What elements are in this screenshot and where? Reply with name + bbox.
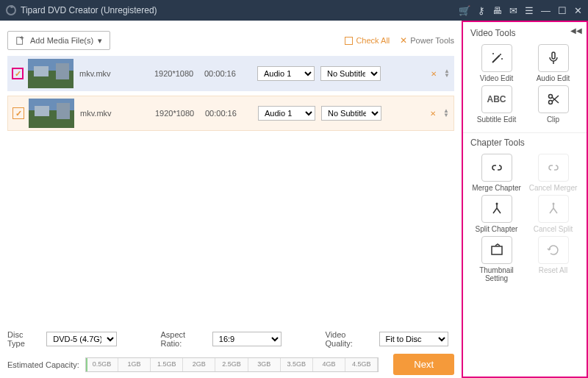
svg-point-5: [492, 53, 494, 54]
file-row[interactable]: ✓ mkv.mkv 1920*1080 00:00:16 Audio 1 No …: [7, 96, 454, 131]
row-checkbox[interactable]: ✓: [12, 107, 24, 119]
email-icon[interactable]: ✉: [509, 5, 517, 16]
file-row[interactable]: ✓ mkv.mkv 1920*1080 00:00:16 Audio 1 No …: [7, 56, 454, 91]
tool-label: Merge Chapter: [472, 184, 521, 192]
main-panel: Add Media File(s) ▾ Check All ✕ Power To…: [0, 21, 462, 378]
svg-point-4: [500, 54, 501, 55]
capacity-tick: 0.5GB: [86, 358, 118, 371]
wand-icon: [481, 44, 512, 72]
app-logo-icon: [6, 5, 16, 15]
capacity-tick: 3GB: [248, 358, 281, 371]
file-duration: 00:00:16: [205, 109, 258, 118]
key-icon[interactable]: ⚷: [478, 5, 485, 16]
svg-point-6: [501, 58, 503, 60]
tool-label: Reset All: [539, 266, 567, 274]
video-thumbnail[interactable]: [28, 59, 74, 88]
link-icon: [538, 154, 569, 182]
collapse-sidebar-icon[interactable]: ◀◀: [570, 26, 582, 35]
video-thumbnail[interactable]: [29, 99, 74, 128]
disc-type-label: Disc Type: [7, 330, 42, 348]
file-name: mkv.mkv: [79, 69, 154, 78]
subtitle-select[interactable]: No Subtitle: [320, 66, 381, 81]
thumb-icon: [481, 236, 512, 264]
aspect-ratio-select[interactable]: 16:9: [212, 332, 282, 346]
tool-merge-chapter[interactable]: Merge Chapter: [470, 154, 523, 192]
check-all-toggle[interactable]: Check All: [345, 36, 390, 45]
close-icon[interactable]: ✕: [574, 5, 582, 16]
app-title: Tipard DVD Creator (Unregistered): [21, 5, 157, 15]
cart-icon[interactable]: 🛒: [459, 5, 470, 16]
tool-label: Clip: [547, 115, 559, 124]
print-icon[interactable]: 🖶: [492, 5, 502, 16]
tools-sidebar: ◀◀ Video Tools Video EditAudio EditABCSu…: [462, 21, 588, 378]
remove-row-button[interactable]: ✕: [430, 110, 436, 118]
capacity-fill: [86, 358, 87, 371]
add-media-label: Add Media File(s): [30, 36, 93, 45]
capacity-tick: 3.5GB: [281, 358, 313, 371]
reorder-handle[interactable]: ▲▼: [444, 69, 450, 78]
tool-label: Audio Edit: [537, 74, 570, 82]
capacity-tick: 4GB: [313, 358, 345, 371]
svg-point-14: [552, 203, 554, 205]
tool-label: Cancel Merger: [529, 184, 578, 192]
minimize-icon[interactable]: —: [541, 5, 551, 16]
checkbox-icon: [345, 37, 353, 45]
capacity-tick: 4.5GB: [345, 358, 378, 371]
power-tools-button[interactable]: ✕ Power Tools: [400, 35, 454, 46]
svg-line-3: [492, 55, 500, 63]
capacity-tick: 1.5GB: [151, 358, 183, 371]
file-duration: 00:00:16: [204, 69, 257, 78]
file-list: ✓ mkv.mkv 1920*1080 00:00:16 Audio 1 No …: [7, 56, 454, 323]
capacity-tick: 1GB: [118, 358, 151, 371]
link-icon: [481, 154, 512, 182]
video-tools-header: Video Tools: [463, 25, 587, 41]
check-all-label: Check All: [356, 36, 390, 45]
svg-rect-15: [492, 246, 502, 254]
bottom-bar: Disc Type DVD-5 (4.7G) Aspect Ratio: 16:…: [7, 323, 454, 375]
next-button[interactable]: Next: [393, 354, 454, 375]
capacity-ruler: 0.5GB 1GB 1.5GB 2GB 2.5GB 3GB 3.5GB 4GB …: [85, 357, 379, 372]
file-resolution: 1920*1080: [154, 69, 204, 78]
aspect-ratio-label: Aspect Ratio:: [161, 330, 208, 348]
audio-select[interactable]: Audio 1: [258, 106, 315, 121]
tool-cancel-merger: Cancel Merger: [527, 154, 579, 192]
audio-select[interactable]: Audio 1: [257, 66, 315, 81]
split-icon: [481, 195, 512, 223]
tool-reset-all: Reset All: [527, 236, 579, 282]
svg-rect-7: [552, 52, 555, 59]
tool-video-edit[interactable]: Video Edit: [470, 44, 523, 82]
maximize-icon[interactable]: ☐: [558, 5, 567, 16]
scissors-icon: [538, 85, 569, 113]
file-name: mkv.mkv: [80, 109, 155, 118]
dropdown-caret-icon: ▾: [98, 36, 102, 46]
reorder-handle[interactable]: ▲▼: [443, 109, 449, 118]
remove-row-button[interactable]: ✕: [431, 70, 437, 78]
capacity-tick: 2GB: [183, 358, 215, 371]
tool-label: Subtitle Edit: [477, 115, 516, 124]
tool-clip[interactable]: Clip: [527, 85, 579, 124]
toolbar: Add Media File(s) ▾ Check All ✕ Power To…: [7, 25, 454, 56]
mic-icon: [538, 44, 569, 72]
add-file-icon: [15, 35, 26, 46]
feedback-icon[interactable]: ☰: [525, 5, 534, 16]
power-tools-label: Power Tools: [410, 36, 454, 45]
tool-audio-edit[interactable]: Audio Edit: [527, 44, 579, 82]
tool-label: Cancel Split: [534, 225, 573, 233]
tools-icon: ✕: [400, 35, 407, 46]
separator: [463, 132, 587, 133]
tool-label: Video Edit: [480, 74, 513, 82]
row-checkbox[interactable]: ✓: [12, 68, 24, 79]
tool-label: Thumbnail Setting: [470, 266, 523, 282]
subtitle-select[interactable]: No Subtitle: [321, 106, 381, 121]
capacity-label: Estimated Capacity:: [7, 360, 79, 369]
titlebar-controls: 🛒 ⚷ 🖶 ✉ ☰ — ☐ ✕: [459, 5, 582, 16]
tool-subtitle-edit[interactable]: ABCSubtitle Edit: [470, 85, 523, 124]
video-quality-select[interactable]: Fit to Disc: [379, 332, 448, 346]
disc-type-select[interactable]: DVD-5 (4.7G): [46, 332, 117, 346]
svg-point-13: [495, 203, 498, 205]
tool-label: Split Chapter: [476, 225, 518, 233]
tool-split-chapter[interactable]: Split Chapter: [470, 195, 523, 233]
capacity-tick: 2.5GB: [215, 358, 248, 371]
add-media-button[interactable]: Add Media File(s) ▾: [7, 31, 110, 50]
tool-thumbnail-setting[interactable]: Thumbnail Setting: [470, 236, 523, 282]
